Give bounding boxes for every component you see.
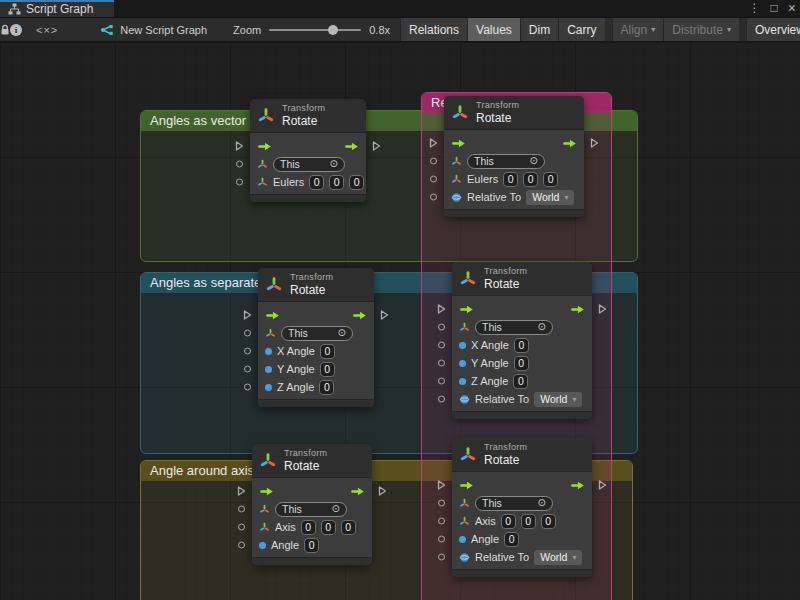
- relations-button[interactable]: Relations: [400, 18, 467, 41]
- window-menu-icon[interactable]: ⋮: [749, 0, 761, 17]
- this-object-field[interactable]: This ⊙: [467, 154, 545, 169]
- vector-x-field[interactable]: 0: [501, 514, 516, 529]
- flow-input-port[interactable]: [237, 486, 246, 497]
- this-object-field[interactable]: This ⊙: [273, 157, 345, 172]
- value-input-port[interactable]: [238, 506, 245, 513]
- node-header[interactable]: Transform Rotate: [258, 268, 374, 302]
- value-input-port[interactable]: [236, 179, 243, 186]
- vector-z-field[interactable]: 0: [349, 175, 364, 190]
- node-transform-rotate[interactable]: Transform Rotate This ⊙: [258, 268, 374, 407]
- angle-field[interactable]: 0: [504, 532, 519, 547]
- angle-field[interactable]: 0: [304, 538, 319, 553]
- relative-to-dropdown[interactable]: World ▾: [534, 550, 582, 565]
- vector-x-field[interactable]: 0: [301, 520, 316, 535]
- target-picker-icon[interactable]: ⊙: [332, 504, 340, 514]
- y-angle-field[interactable]: 0: [320, 362, 335, 377]
- zoom-slider-thumb[interactable]: [328, 25, 338, 35]
- value-input-port[interactable]: [438, 324, 445, 331]
- flow-output-port[interactable]: [590, 138, 599, 149]
- x-angle-field[interactable]: 0: [514, 338, 529, 353]
- value-input-port[interactable]: [438, 378, 445, 385]
- new-script-graph-button[interactable]: New Script Graph: [90, 24, 217, 36]
- flow-output-port[interactable]: [598, 304, 607, 315]
- zoom-slider[interactable]: [269, 29, 361, 31]
- value-input-port[interactable]: [244, 366, 251, 373]
- value-input-port[interactable]: [430, 176, 437, 183]
- flow-input-port[interactable]: [437, 304, 446, 315]
- dim-button[interactable]: Dim: [520, 18, 558, 41]
- this-object-field[interactable]: This ⊙: [475, 320, 553, 335]
- flow-output-port[interactable]: [380, 310, 389, 321]
- value-input-port[interactable]: [438, 342, 445, 349]
- value-input-port[interactable]: [244, 384, 251, 391]
- value-input-port[interactable]: [438, 536, 445, 543]
- this-object-field[interactable]: This ⊙: [275, 502, 347, 517]
- value-input-port[interactable]: [438, 518, 445, 525]
- node-header[interactable]: Transform Rotate: [452, 438, 592, 472]
- info-button[interactable]: i: [10, 18, 22, 41]
- tab-script-graph[interactable]: Script Graph: [0, 0, 114, 17]
- value-input-port[interactable]: [430, 158, 437, 165]
- value-input-port[interactable]: [236, 161, 243, 168]
- flow-input-port[interactable]: [437, 480, 446, 491]
- y-angle-field[interactable]: 0: [514, 356, 529, 371]
- carry-button[interactable]: Carry: [558, 18, 604, 41]
- flow-output-port[interactable]: [378, 486, 387, 497]
- node-header[interactable]: Transform Rotate: [250, 99, 366, 133]
- target-picker-icon[interactable]: ⊙: [530, 156, 538, 166]
- node-transform-rotate[interactable]: Transform Rotate This ⊙: [252, 444, 372, 565]
- node-transform-rotate[interactable]: Transform Rotate This ⊙: [452, 262, 592, 419]
- target-picker-icon[interactable]: ⊙: [538, 498, 546, 508]
- this-object-field[interactable]: This ⊙: [475, 496, 553, 511]
- node-transform-rotate[interactable]: Transform Rotate This ⊙: [452, 438, 592, 577]
- flow-input-port[interactable]: [243, 310, 252, 321]
- value-input-port[interactable]: [238, 542, 245, 549]
- vector-x-field[interactable]: 0: [503, 172, 518, 187]
- vector-z-field[interactable]: 0: [541, 514, 556, 529]
- distribute-button[interactable]: Distribute▾: [663, 18, 739, 41]
- flow-input-port[interactable]: [235, 141, 244, 152]
- value-input-port[interactable]: [438, 500, 445, 507]
- node-transform-rotate[interactable]: Transform Rotate This ⊙: [250, 99, 366, 202]
- value-input-port[interactable]: [244, 330, 251, 337]
- node-header[interactable]: Transform Rotate: [444, 96, 584, 130]
- value-input-port[interactable]: [244, 348, 251, 355]
- vector-y-field[interactable]: 0: [523, 172, 538, 187]
- flow-output-port[interactable]: [598, 480, 607, 491]
- vector-z-field[interactable]: 0: [543, 172, 558, 187]
- node-header[interactable]: Transform Rotate: [452, 262, 592, 296]
- values-button[interactable]: Values: [467, 18, 520, 41]
- vector-y-field[interactable]: 0: [521, 514, 536, 529]
- window-maximize-icon[interactable]: □: [771, 0, 778, 17]
- x-angle-field[interactable]: 0: [320, 344, 335, 359]
- align-button[interactable]: Align▾: [612, 18, 664, 41]
- z-angle-field[interactable]: 0: [513, 374, 528, 389]
- value-input-port[interactable]: [438, 360, 445, 367]
- vector-y-field[interactable]: 0: [321, 520, 336, 535]
- vector-x-field[interactable]: 0: [309, 175, 324, 190]
- window-close-icon[interactable]: ×: [788, 0, 796, 17]
- target-picker-icon[interactable]: ⊙: [330, 159, 338, 169]
- node-transform-rotate[interactable]: Transform Rotate This ⊙: [444, 96, 584, 217]
- value-input-port[interactable]: [238, 524, 245, 531]
- vector-z-field[interactable]: 0: [341, 520, 356, 535]
- float-type-icon: [265, 348, 272, 355]
- node-header[interactable]: Transform Rotate: [252, 444, 372, 478]
- lock-button[interactable]: [0, 18, 10, 41]
- value-input-port[interactable]: [430, 194, 437, 201]
- target-picker-icon[interactable]: ⊙: [538, 322, 546, 332]
- graph-canvas[interactable]: Angles as vector Angles as separate floa…: [0, 42, 800, 600]
- vector-y-field[interactable]: 0: [329, 175, 344, 190]
- relative-to-dropdown[interactable]: World ▾: [534, 392, 582, 407]
- value-input-port[interactable]: [438, 396, 445, 403]
- code-view-button[interactable]: <×>: [22, 24, 72, 36]
- node-type-label: Transform: [484, 266, 527, 277]
- z-angle-field[interactable]: 0: [319, 380, 334, 395]
- target-picker-icon[interactable]: ⊙: [338, 328, 346, 338]
- flow-input-port[interactable]: [429, 138, 438, 149]
- overview-button[interactable]: Overview: [746, 18, 800, 41]
- value-input-port[interactable]: [438, 554, 445, 561]
- this-object-field[interactable]: This ⊙: [281, 326, 353, 341]
- flow-output-port[interactable]: [372, 141, 381, 152]
- relative-to-dropdown[interactable]: World ▾: [526, 190, 574, 205]
